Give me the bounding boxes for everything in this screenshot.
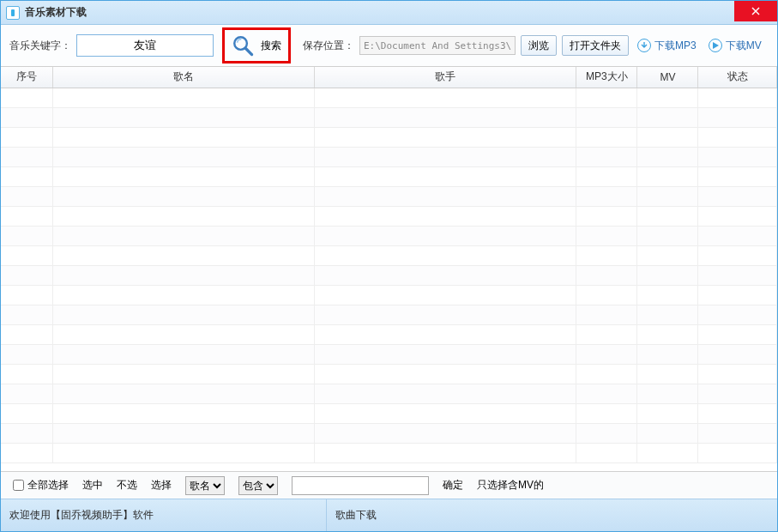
- download-mp3-button[interactable]: 下载MP3: [634, 39, 700, 53]
- results-table-wrap: 序号歌名歌手MP3大小MV状态: [1, 66, 777, 471]
- search-label: 搜索: [261, 39, 281, 53]
- choose-label: 选择: [151, 478, 172, 493]
- table-row[interactable]: [1, 285, 777, 305]
- app-icon: [6, 6, 20, 20]
- table-row[interactable]: [1, 384, 777, 403]
- svg-line-4: [245, 48, 251, 54]
- uncheck-link[interactable]: 不选: [117, 478, 137, 493]
- open-folder-label: 打开文件夹: [570, 39, 621, 53]
- table-row[interactable]: [1, 423, 777, 443]
- filter-bar: 全部选择 选中 不选 选择 歌名 包含 确定 只选择含MV的: [1, 471, 777, 499]
- open-folder-button[interactable]: 打开文件夹: [562, 35, 629, 56]
- save-location-label: 保存位置：: [303, 39, 354, 53]
- save-path-input[interactable]: [359, 36, 516, 55]
- table-row[interactable]: [1, 265, 777, 285]
- table-row[interactable]: [1, 206, 777, 226]
- table-row[interactable]: [1, 147, 777, 166]
- download-mv-button[interactable]: 下载MV: [705, 39, 765, 53]
- titlebar: 音乐素材下载: [1, 1, 777, 25]
- keyword-label: 音乐关键字：: [9, 39, 71, 53]
- status-right: 歌曲下载: [327, 499, 777, 531]
- col-header[interactable]: 状态: [698, 67, 777, 88]
- col-header[interactable]: 歌手: [315, 67, 576, 88]
- toolbar: 音乐关键字： 搜索 保存位置： 浏览 打开文件夹 下载MP3 下载MV: [1, 25, 777, 66]
- table-row[interactable]: [1, 344, 777, 364]
- play-icon: [709, 39, 722, 52]
- select-all-label: 全部选择: [27, 478, 69, 493]
- download-mv-label: 下载MV: [726, 39, 762, 53]
- results-table: 序号歌名歌手MP3大小MV状态: [1, 67, 777, 463]
- table-row[interactable]: [1, 443, 777, 462]
- status-bar: 欢迎使用【固乔视频助手】软件 歌曲下载: [1, 499, 777, 531]
- keyword-input[interactable]: [76, 34, 214, 57]
- table-row[interactable]: [1, 403, 777, 423]
- col-header[interactable]: 歌名: [53, 67, 315, 88]
- table-row[interactable]: [1, 186, 777, 206]
- search-button[interactable]: 搜索: [222, 27, 291, 63]
- svg-rect-0: [11, 9, 15, 16]
- table-row[interactable]: [1, 127, 777, 147]
- table-header-row: 序号歌名歌手MP3大小MV状态: [1, 67, 777, 88]
- svg-marker-5: [713, 42, 719, 49]
- select-all-checkbox[interactable]: 全部选择: [13, 478, 69, 493]
- table-row[interactable]: [1, 324, 777, 344]
- table-row[interactable]: [1, 305, 777, 324]
- close-icon: [751, 7, 760, 15]
- col-header[interactable]: MV: [637, 67, 698, 88]
- search-icon: [232, 34, 254, 57]
- filter-text-input[interactable]: [292, 476, 429, 495]
- filter-field-select[interactable]: 歌名: [185, 476, 225, 495]
- download-mp3-label: 下载MP3: [654, 39, 697, 53]
- only-mv-link[interactable]: 只选择含MV的: [477, 478, 544, 493]
- download-icon: [637, 39, 651, 52]
- filter-op-select[interactable]: 包含: [238, 476, 278, 495]
- table-row[interactable]: [1, 107, 777, 127]
- browse-label: 浏览: [528, 39, 549, 53]
- col-header[interactable]: MP3大小: [576, 67, 637, 88]
- select-all-input[interactable]: [13, 480, 24, 491]
- table-row[interactable]: [1, 364, 777, 384]
- table-row[interactable]: [1, 245, 777, 265]
- table-row[interactable]: [1, 88, 777, 107]
- table-row[interactable]: [1, 226, 777, 245]
- table-row[interactable]: [1, 166, 777, 186]
- table-body: [1, 88, 777, 462]
- close-button[interactable]: [734, 1, 777, 21]
- window-title: 音乐素材下载: [25, 5, 87, 20]
- status-left: 欢迎使用【固乔视频助手】软件: [1, 499, 327, 531]
- confirm-link[interactable]: 确定: [443, 478, 463, 493]
- browse-button[interactable]: 浏览: [521, 35, 557, 56]
- col-header[interactable]: 序号: [1, 67, 53, 88]
- check-link[interactable]: 选中: [82, 478, 103, 493]
